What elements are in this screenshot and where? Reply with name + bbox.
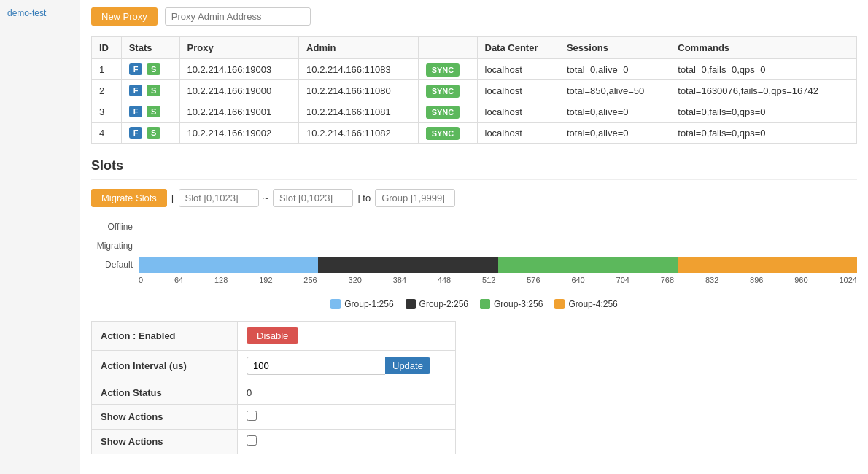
cell-commands: total=0,fails=0,qps=0: [670, 59, 857, 80]
x-axis-label: 896: [750, 276, 763, 284]
new-proxy-button[interactable]: New Proxy: [91, 7, 158, 26]
proxy-admin-input[interactable]: [165, 7, 311, 26]
show-actions-label1: Show Actions: [92, 405, 238, 430]
cell-commands: total=0,fails=0,qps=0: [670, 123, 857, 144]
sync-badge: SYNC: [426, 106, 460, 119]
bar-offline: [139, 219, 857, 235]
update-button[interactable]: Update: [385, 357, 430, 374]
bar-migrating: [139, 238, 857, 254]
slot-from-input[interactable]: [179, 189, 259, 207]
badge-f: F: [129, 85, 143, 96]
action-status-label: Action Status: [92, 381, 238, 405]
chart-row-default: Default: [91, 257, 857, 273]
x-axis-label: 384: [393, 276, 406, 284]
show-actions-label2: Show Actions: [92, 430, 238, 454]
cell-commands: total=0,fails=0,qps=0: [670, 101, 857, 123]
cell-admin: 10.2.214.166:11080: [299, 80, 419, 101]
migrate-slots-button[interactable]: Migrate Slots: [91, 189, 167, 207]
slot-tilde: ~: [263, 193, 269, 203]
cell-stats: F S: [121, 123, 179, 144]
x-axis-label: 64: [174, 276, 183, 284]
legend-item: Group-4:256: [554, 299, 617, 309]
segment-group1: [139, 257, 318, 273]
disable-button[interactable]: Disable: [247, 327, 298, 344]
action-table: Action : Enabled Disable Action Interval…: [91, 321, 456, 454]
slot-bracket-close: ] to: [357, 193, 371, 203]
sidebar-link[interactable]: demo-test: [7, 8, 46, 18]
chart-row-offline: Offline: [91, 219, 857, 235]
legend-color: [480, 299, 490, 309]
cell-datacenter: localhost: [477, 123, 559, 144]
cell-stats: F S: [121, 80, 179, 101]
sync-badge: SYNC: [426, 85, 460, 98]
interval-input[interactable]: [247, 357, 385, 375]
cell-sessions: total=0,alive=0: [559, 101, 670, 123]
show-actions-row1: Show Actions: [92, 405, 456, 430]
y-label-migrating: Migrating: [91, 241, 139, 251]
col-commands: Commands: [670, 37, 857, 59]
legend-label: Group-1:256: [344, 299, 393, 309]
cell-admin: 10.2.214.166:11083: [299, 59, 419, 80]
action-enabled-row: Action : Enabled Disable: [92, 322, 456, 351]
action-enabled-label: Action : Enabled: [92, 322, 238, 351]
table-row: 3 F S 10.2.214.166:19001 10.2.214.166:11…: [92, 101, 857, 123]
slot-group-input[interactable]: [375, 189, 455, 207]
cell-datacenter: localhost: [477, 80, 559, 101]
x-axis-label: 576: [527, 276, 540, 284]
badge-f: F: [129, 63, 143, 75]
cell-sync: SYNC: [418, 123, 477, 144]
cell-datacenter: localhost: [477, 101, 559, 123]
x-axis-label: 832: [705, 276, 718, 284]
slot-to-input[interactable]: [273, 189, 353, 207]
x-axis-label: 448: [438, 276, 451, 284]
x-axis-label: 192: [259, 276, 272, 284]
show-actions-checkbox2[interactable]: [247, 435, 257, 446]
cell-sync: SYNC: [418, 59, 477, 80]
col-proxy: Proxy: [179, 37, 299, 59]
action-status-value: 0: [238, 381, 456, 405]
x-axis-label: 320: [349, 276, 362, 284]
chart-legend: Group-1:256Group-2:256Group-3:256Group-4…: [91, 299, 857, 309]
col-sessions: Sessions: [559, 37, 670, 59]
badge-s: S: [147, 127, 160, 139]
table-row: 1 F S 10.2.214.166:19003 10.2.214.166:11…: [92, 59, 857, 80]
proxy-table: ID Stats Proxy Admin Data Center Session…: [91, 36, 857, 144]
table-row: 4 F S 10.2.214.166:19002 10.2.214.166:11…: [92, 123, 857, 144]
cell-admin: 10.2.214.166:11081: [299, 101, 419, 123]
slot-bracket-open: [: [171, 193, 174, 203]
slots-controls: Migrate Slots [ ~ ] to: [91, 189, 857, 207]
action-status-row: Action Status 0: [92, 381, 456, 405]
badge-s: S: [147, 63, 160, 75]
legend-color: [330, 299, 341, 309]
cell-commands: total=1630076,fails=0,qps=16742: [670, 80, 857, 101]
legend-item: Group-3:256: [480, 299, 543, 309]
bar-default: [139, 257, 857, 273]
col-stats: Stats: [121, 37, 179, 59]
table-row: 2 F S 10.2.214.166:19000 10.2.214.166:11…: [92, 80, 857, 101]
show-actions-checkbox1[interactable]: [247, 411, 257, 421]
col-id: ID: [92, 37, 122, 59]
sync-badge: SYNC: [426, 127, 460, 140]
show-actions-cell1: [238, 405, 456, 430]
segment-group4: [678, 257, 857, 273]
cell-admin: 10.2.214.166:11082: [299, 123, 419, 144]
col-sync: [418, 37, 477, 59]
x-axis-label: 512: [482, 276, 495, 284]
show-actions-row2: Show Actions: [92, 430, 456, 454]
legend-item: Group-2:256: [406, 299, 468, 309]
cell-id: 2: [92, 80, 122, 101]
show-actions-cell2: [238, 430, 456, 454]
legend-label: Group-3:256: [494, 299, 543, 309]
cell-proxy: 10.2.214.166:19002: [179, 123, 299, 144]
x-axis-label: 768: [661, 276, 674, 284]
slots-title: Slots: [91, 158, 857, 180]
legend-color: [554, 299, 565, 309]
interval-input-group: Update: [247, 357, 446, 375]
slots-chart: Offline Migrating Default 06412819225632…: [91, 219, 857, 284]
x-axis-label: 256: [303, 276, 317, 284]
chart-row-migrating: Migrating: [91, 238, 857, 254]
cell-proxy: 10.2.214.166:19003: [179, 59, 299, 80]
cell-stats: F S: [121, 101, 179, 123]
cell-sync: SYNC: [418, 101, 477, 123]
action-interval-cell: Update: [238, 351, 456, 381]
